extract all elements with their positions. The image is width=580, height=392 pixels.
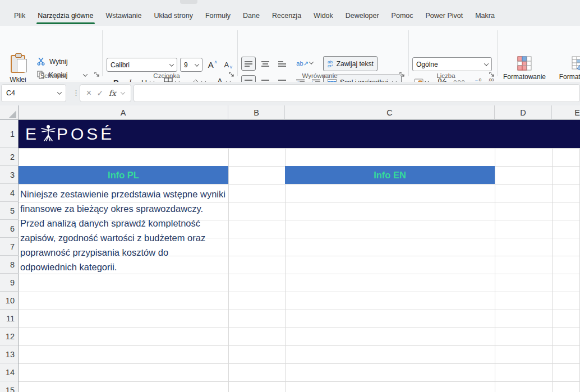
cell-C3-info-en[interactable]: Info EN [285,166,495,184]
number-dialog-launcher-icon[interactable] [489,72,496,79]
row-header-5[interactable]: 5 [0,202,19,220]
align-bottom-icon [278,61,287,67]
cell-A1-banner[interactable]: E POSÉ [19,120,580,148]
font-size-value: 9 [184,61,188,69]
gridline [19,381,580,382]
tab-widok[interactable]: Widok [307,7,339,26]
align-top-icon [244,61,253,67]
ribbon: Wklej Wytnij Kopiuj Malarz formatów Scho… [0,26,580,81]
tab-dane[interactable]: Dane [237,7,266,26]
ribbon-tab-bar: PlikNarzędzia główneWstawianieUkład stro… [0,0,580,26]
number-format-combobox[interactable]: Ogólne [412,57,492,71]
font-size-combobox[interactable]: 9 [180,58,202,72]
increase-font-size-button[interactable]: A˄ [205,58,220,72]
gridline [19,148,580,149]
cell-A3-info-pl[interactable]: Info PL [19,166,228,184]
name-box-value: C4 [6,89,15,97]
tab-wstawianie[interactable]: Wstawianie [100,7,148,26]
tab-pomoc[interactable]: Pomoc [385,7,420,26]
confirm-entry-button[interactable]: ✓ [97,89,104,98]
ribbon-tabs: PlikNarzędzia główneWstawianieUkład stro… [8,7,501,26]
tab-plik[interactable]: Plik [8,7,31,26]
number-format-value: Ogólne [416,61,438,68]
titlebar-remnant [180,0,197,4]
row-header-3[interactable]: 3 [0,166,19,184]
align-bottom-button[interactable] [275,57,289,71]
clipboard-group-label: Schowek [22,72,84,79]
logo-text-pre: E [25,126,39,142]
row-header-7[interactable]: 7 [0,238,19,256]
formula-bar-drag-dots[interactable]: ⋮ [72,89,80,97]
row-header-15[interactable]: 15 [0,381,19,392]
decrease-font-size-button[interactable]: A˅ [221,58,236,72]
align-middle-button[interactable] [258,57,273,71]
tab-makra[interactable]: Makra [469,7,501,26]
gridline [19,328,580,328]
formula-bar-row: C4 ⋮ × ✓ fx [0,82,580,105]
format-as-table-label-line1: Formatuj jako [559,73,580,81]
tab-formu-y[interactable]: Formuły [199,7,237,26]
expose-logo: E POSÉ [25,124,114,144]
conditional-formatting-icon [517,56,532,71]
font-dialog-launcher-icon[interactable] [229,72,236,79]
alignment-group-label: Wyrównanie [289,72,351,79]
row-header-8[interactable]: 8 [0,256,19,274]
select-all-corner[interactable] [0,105,19,120]
column-header-D[interactable]: D [495,105,552,120]
align-top-button[interactable] [241,57,256,71]
row-header-2[interactable]: 2 [0,148,19,166]
row-header-9[interactable]: 9 [0,274,19,292]
font-group-label: Czcionka [136,72,197,79]
row-header-11[interactable]: 11 [0,310,19,328]
cut-button[interactable]: Wytnij [37,57,68,66]
tab-deweloper[interactable]: Deweloper [339,7,385,26]
name-box[interactable]: C4 [1,84,66,102]
gridline [19,363,580,364]
font-name-combobox[interactable]: Calibri [107,58,177,72]
alignment-dialog-launcher-icon[interactable] [399,72,406,79]
row-header-12[interactable]: 12 [0,328,19,345]
column-header-E[interactable]: E [552,105,580,120]
row-header-6[interactable]: 6 [0,220,19,238]
info-pl-label: Info PL [108,170,139,181]
cancel-entry-button[interactable]: × [86,88,91,98]
gridline [19,274,580,274]
row-header-14[interactable]: 14 [0,363,19,381]
scissors-icon [37,57,45,66]
orientation-button[interactable]: ab↗ [296,57,309,71]
format-as-table-icon [572,56,580,71]
clipboard-dialog-launcher-icon[interactable] [94,72,101,79]
row-header-1[interactable]: 1 [0,120,19,148]
wrap-text-label: Zawijaj tekst [337,60,374,68]
info-en-label: Info EN [374,170,406,181]
insert-function-chevron[interactable] [121,90,125,94]
gridline [19,310,580,310]
row-header-13[interactable]: 13 [0,345,19,363]
tab-narz-dzia-g-wne[interactable]: Narzędzia główne [31,7,99,26]
align-middle-icon [261,61,270,67]
gridline [19,345,580,346]
orientation-chevron[interactable] [310,61,313,64]
column-header-A[interactable]: A [19,105,228,120]
logo-text-post: POSÉ [57,126,114,142]
row-header-4[interactable]: 4 [0,184,19,202]
tab-recenzja[interactable]: Recenzja [266,7,307,26]
column-header-B[interactable]: B [228,105,285,120]
worksheet: ABCDE 123456789101112131415 E POSÉ Info … [0,105,580,392]
cut-label: Wytnij [49,58,68,66]
row-header-10[interactable]: 10 [0,292,19,310]
tab-power-pivot[interactable]: Power Pivot [420,7,469,26]
tab-uk-ad-strony[interactable]: Układ strony [148,7,199,26]
column-header-C[interactable]: C [285,105,495,120]
body-text: Niniejsze zestawienie przedstawia wstępn… [20,189,225,272]
formula-input[interactable] [134,84,580,102]
gridline [19,292,580,292]
paste-clipboard-icon [11,55,25,73]
font-name-value: Calibri [111,61,130,69]
name-box-chevron[interactable] [57,90,62,94]
vitruvian-man-icon [41,124,56,144]
conditional-formatting-label-line1: Formatowanie [503,73,546,81]
wrap-text-button[interactable]: abc↵ Zawijaj tekst [323,56,378,71]
insert-function-button[interactable]: fx [109,89,116,98]
cell-A4-body-text[interactable]: Niniejsze zestawienie przedstawia wstępn… [19,184,228,274]
